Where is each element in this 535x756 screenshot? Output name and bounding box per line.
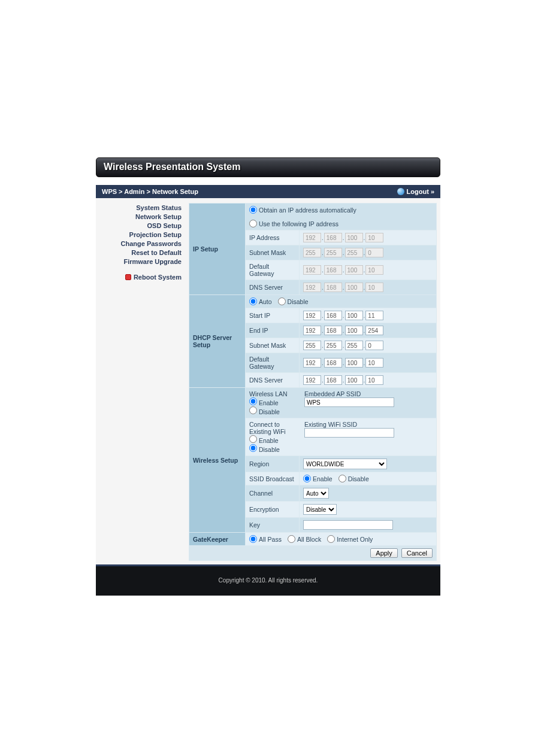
- channel-select[interactable]: Auto: [303, 488, 329, 499]
- ip-address-oct1[interactable]: [303, 233, 321, 242]
- region-select[interactable]: WORLDWIDE: [303, 459, 387, 469]
- dhcp-dns-oct2[interactable]: [324, 375, 342, 385]
- end-ip-oct3[interactable]: [345, 326, 363, 335]
- dhcp-auto-radio[interactable]: [249, 297, 257, 305]
- connect-enable-radio[interactable]: [249, 435, 257, 443]
- subnet-oct2[interactable]: [324, 248, 342, 257]
- ssid-bcast-disable[interactable]: Disable: [338, 475, 369, 482]
- existing-ssid-label: Existing WiFi SSID: [304, 421, 433, 428]
- subnet-input[interactable]: . . .: [303, 248, 433, 257]
- dns-oct1[interactable]: [303, 283, 321, 292]
- gk-all-block[interactable]: All Block: [288, 535, 321, 543]
- section-wireless: Wireless Setup: [189, 388, 246, 533]
- apply-button[interactable]: Apply: [370, 548, 398, 558]
- existing-ssid-input[interactable]: [304, 428, 394, 438]
- encryption-select[interactable]: Disable: [303, 504, 337, 515]
- subnet-oct4[interactable]: [365, 248, 383, 257]
- gateway-oct1[interactable]: [303, 265, 321, 275]
- dhcp-gateway-oct1[interactable]: [303, 358, 321, 368]
- ip-mode-auto[interactable]: Obtain an IP address automatically: [249, 206, 356, 214]
- wlan-disable-radio[interactable]: [249, 406, 257, 414]
- ip-address-input[interactable]: . . .: [303, 233, 433, 242]
- wlan-enable[interactable]: Enable: [249, 399, 279, 406]
- dhcp-gateway-oct2[interactable]: [324, 358, 342, 368]
- subnet-oct1[interactable]: [303, 248, 321, 257]
- cancel-button[interactable]: Cancel: [401, 548, 433, 558]
- connect-enable[interactable]: Enable: [249, 437, 279, 444]
- subnet-oct3[interactable]: [345, 248, 363, 257]
- dns-oct4[interactable]: [365, 283, 383, 292]
- gk-all-block-radio[interactable]: [288, 535, 295, 543]
- embedded-ssid-input[interactable]: [304, 397, 394, 407]
- dhcp-gateway-oct3[interactable]: [345, 358, 363, 368]
- ip-address-oct2[interactable]: [324, 233, 342, 242]
- wlan-enable-radio[interactable]: [249, 397, 257, 405]
- sidebar-item-network-setup[interactable]: Network Setup: [99, 213, 182, 220]
- copyright-text: Copyright © 2010. All rights reserved.: [219, 577, 318, 584]
- dhcp-auto[interactable]: Auto: [249, 297, 272, 305]
- section-gatekeeper: GateKeeper: [189, 533, 246, 546]
- connect-disable-radio[interactable]: [249, 444, 257, 452]
- dhcp-disable-radio[interactable]: [278, 297, 286, 305]
- gateway-oct4[interactable]: [365, 265, 383, 275]
- dhcp-dns-input[interactable]: . . .: [303, 375, 433, 385]
- end-ip-input[interactable]: . . .: [303, 326, 433, 335]
- start-ip-oct3[interactable]: [345, 311, 363, 320]
- ip-mode-manual-radio[interactable]: [249, 220, 257, 227]
- end-ip-oct1[interactable]: [303, 326, 321, 335]
- dns-label: DNS Server: [246, 280, 300, 295]
- footer: Copyright © 2010. All rights reserved.: [96, 564, 440, 596]
- ip-mode-manual[interactable]: Use the following IP address: [249, 220, 338, 227]
- start-ip-oct4[interactable]: [365, 311, 383, 320]
- sidebar-item-reboot[interactable]: Reboot System: [99, 274, 182, 281]
- end-ip-oct2[interactable]: [324, 326, 342, 335]
- start-ip-oct2[interactable]: [324, 311, 342, 320]
- dhcp-subnet-oct2[interactable]: [324, 341, 342, 350]
- dhcp-dns-oct3[interactable]: [345, 375, 363, 385]
- dhcp-subnet-oct1[interactable]: [303, 341, 321, 350]
- sidebar-item-reset-default[interactable]: Reset to Default: [99, 249, 182, 256]
- sidebar-item-osd-setup[interactable]: OSD Setup: [99, 222, 182, 229]
- end-ip-oct4[interactable]: [365, 326, 383, 335]
- sidebar-item-system-status[interactable]: System Status: [99, 204, 182, 211]
- ip-mode-auto-radio[interactable]: [249, 206, 257, 214]
- sidebar-item-projection-setup[interactable]: Projection Setup: [99, 231, 182, 238]
- section-ip-setup: IP Setup: [189, 204, 246, 295]
- start-ip-oct1[interactable]: [303, 311, 321, 320]
- logout-link[interactable]: Logout »: [397, 188, 434, 195]
- dhcp-dns-oct4[interactable]: [365, 375, 383, 385]
- ssid-bcast-disable-radio[interactable]: [338, 475, 346, 482]
- breadcrumb: WPS > Admin > Network Setup: [102, 188, 198, 195]
- ip-address-oct4[interactable]: [365, 233, 383, 242]
- connect-disable[interactable]: Disable: [249, 446, 280, 453]
- dhcp-gateway-oct4[interactable]: [365, 358, 383, 368]
- gk-internet-only[interactable]: Internet Only: [327, 535, 373, 543]
- dhcp-subnet-oct3[interactable]: [345, 341, 363, 350]
- dhcp-subnet-input[interactable]: . . .: [303, 341, 433, 350]
- content-area: IP Setup Obtain an IP address automatica…: [189, 198, 440, 564]
- sidebar-item-firmware-upgrade[interactable]: Firmware Upgrade: [99, 258, 182, 265]
- sidebar-item-change-passwords[interactable]: Change Passwords: [99, 240, 182, 247]
- gk-all-pass[interactable]: All Pass: [249, 535, 282, 543]
- key-input[interactable]: [303, 520, 393, 530]
- dhcp-subnet-oct4[interactable]: [365, 341, 383, 350]
- ip-address-oct3[interactable]: [345, 233, 363, 242]
- gateway-input[interactable]: . . .: [303, 265, 433, 275]
- dns-oct3[interactable]: [345, 283, 363, 292]
- dhcp-gateway-label: Default Gateway: [246, 353, 300, 373]
- ssid-broadcast-label: SSID Broadcast: [246, 472, 300, 485]
- ssid-bcast-enable-radio[interactable]: [303, 475, 311, 482]
- breadcrumb-bar: WPS > Admin > Network Setup Logout »: [96, 185, 440, 198]
- dhcp-disable[interactable]: Disable: [278, 297, 309, 305]
- gk-all-pass-radio[interactable]: [249, 535, 257, 543]
- dhcp-dns-oct1[interactable]: [303, 375, 321, 385]
- dns-input[interactable]: . . .: [303, 283, 433, 292]
- wlan-disable[interactable]: Disable: [249, 408, 280, 415]
- gateway-oct2[interactable]: [324, 265, 342, 275]
- dns-oct2[interactable]: [324, 283, 342, 292]
- dhcp-gateway-input[interactable]: . . .: [303, 358, 433, 368]
- gk-internet-only-radio[interactable]: [327, 535, 335, 543]
- gateway-oct3[interactable]: [345, 265, 363, 275]
- start-ip-input[interactable]: . . .: [303, 311, 433, 320]
- ssid-bcast-enable[interactable]: Enable: [303, 475, 333, 482]
